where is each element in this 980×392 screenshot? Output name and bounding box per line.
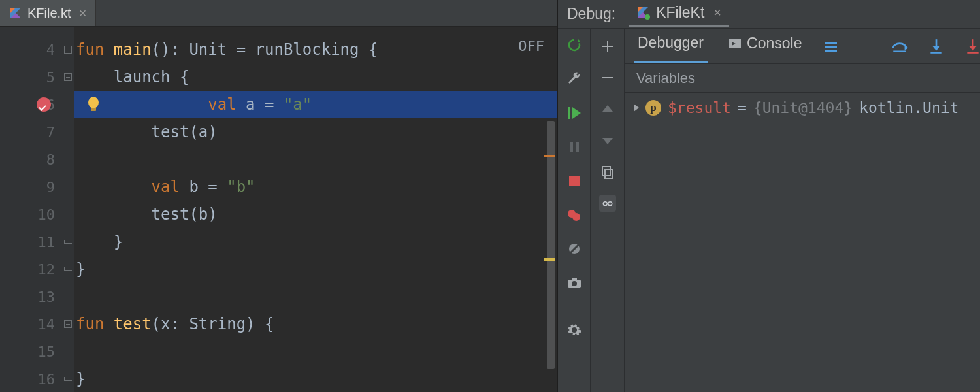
wrench-icon[interactable] [566,71,583,88]
mute-breakpoints-icon[interactable] [566,240,583,257]
fold-gutter-row[interactable] [61,118,74,146]
code-line[interactable] [74,146,557,173]
fold-gutter-row[interactable] [61,338,74,365]
svg-marker-9 [572,107,581,119]
scrollbar-thumb[interactable] [547,121,555,369]
debug-panel: Debug: KFileKt × [558,0,980,392]
line-number[interactable]: 8 [0,146,61,173]
code-line[interactable]: test(b) [74,201,557,228]
editor-tab-kfile[interactable]: KFile.kt × [0,0,96,26]
plus-icon[interactable] [599,38,616,55]
step-into-icon[interactable] [928,38,945,55]
svg-rect-29 [825,42,837,44]
arrow-down-icon[interactable] [599,132,616,149]
line-number[interactable]: 15 [0,338,61,365]
editor-panel: KFile.kt × 45678910111213141516 OFF fun … [0,0,558,392]
fold-gutter-row[interactable] [61,63,74,91]
svg-rect-31 [825,50,837,52]
step-actions [891,38,980,55]
code-line[interactable]: } [74,255,557,283]
close-icon[interactable]: × [711,5,721,20]
fold-gutter-row[interactable] [61,173,74,201]
line-number-gutter[interactable]: 45678910111213141516 [0,27,61,392]
fold-gutter-row[interactable] [61,146,74,173]
glasses-icon[interactable] [599,195,616,212]
fold-toggle-icon[interactable] [64,46,72,54]
variable-value-type: kotlin.Unit [859,99,958,116]
line-number[interactable]: 6 [0,91,61,118]
pause-icon[interactable] [566,139,583,155]
fold-toggle-icon[interactable] [64,320,72,328]
code-line[interactable]: fun main(): Unit = runBlocking { [74,36,557,63]
code-line[interactable]: test(a) [74,118,557,146]
fold-gutter-row[interactable] [61,36,74,63]
stop-icon[interactable] [566,172,583,189]
svg-marker-21 [602,105,613,112]
force-step-into-icon[interactable] [964,38,980,55]
debug-run-toolbar [558,29,591,392]
svg-rect-20 [602,77,613,78]
view-breakpoints-icon[interactable] [566,206,583,223]
code-line[interactable]: launch { [74,63,557,91]
line-number[interactable]: 12 [0,255,61,283]
code-line[interactable]: val a = "a" [74,91,557,118]
fold-gutter-row[interactable] [61,310,74,338]
debug-header: Debug: KFileKt × [558,0,980,29]
line-number[interactable]: 14 [0,310,61,338]
duplicate-icon[interactable] [599,163,616,180]
debug-tabs: Debugger Console [625,29,980,64]
debug-run-config-tab[interactable]: KFileKt × [629,1,729,27]
fold-end-icon [64,377,72,381]
fold-gutter-row[interactable] [61,228,74,255]
camera-icon[interactable] [566,274,583,291]
code-line[interactable]: } [74,228,557,255]
tab-debugger[interactable]: Debugger [634,30,708,63]
close-icon[interactable]: × [76,6,87,21]
line-number[interactable]: 13 [0,283,61,310]
svg-point-19 [572,281,577,286]
step-over-icon[interactable] [891,38,908,55]
svg-point-14 [572,213,580,221]
chevron-right-icon[interactable] [634,104,639,112]
error-stripe-marker[interactable] [544,258,555,261]
code-line[interactable]: } [74,365,557,392]
editor-tab-label: KFile.kt [27,6,71,21]
tab-console[interactable]: Console [725,31,806,61]
error-stripe-marker[interactable] [544,155,555,157]
breakpoint-icon[interactable] [37,97,51,112]
arrow-up-icon[interactable] [599,101,616,118]
fold-gutter-row[interactable] [61,201,74,228]
svg-marker-22 [602,138,613,144]
gear-icon[interactable] [566,321,583,338]
svg-point-25 [603,202,607,206]
variable-row-result[interactable]: p $result = {Unit@1404} kotlin.Unit [625,93,980,116]
line-number[interactable]: 9 [0,173,61,201]
debug-body: Debugger Console [558,29,980,392]
line-number[interactable]: 16 [0,365,61,392]
svg-rect-11 [576,142,579,152]
code-line[interactable]: fun test(x: String) { [74,310,557,338]
fold-column[interactable] [61,27,74,392]
intention-bulb-icon[interactable] [86,96,101,113]
fold-gutter-row[interactable] [61,283,74,310]
line-number[interactable]: 11 [0,228,61,255]
fold-gutter-row[interactable] [61,255,74,283]
inspection-off-badge[interactable]: OFF [518,38,544,54]
resume-icon[interactable] [566,105,583,122]
rerun-icon[interactable] [566,37,583,54]
fold-gutter-row[interactable] [61,91,74,118]
code-line[interactable] [74,338,557,365]
variables-header: Variables [625,64,980,93]
line-number[interactable]: 4 [0,36,61,63]
threads-icon[interactable] [823,38,840,55]
code-editor[interactable]: OFF fun main(): Unit = runBlocking { lau… [74,27,557,392]
fold-toggle-icon[interactable] [64,73,72,81]
line-number[interactable]: 10 [0,201,61,228]
minus-icon[interactable] [599,69,616,86]
fold-gutter-row[interactable] [61,365,74,392]
code-line[interactable] [74,283,557,310]
code-line[interactable]: val b = "b" [74,173,557,201]
line-number[interactable]: 5 [0,63,61,91]
variable-name: $result [668,99,731,116]
line-number[interactable]: 7 [0,118,61,146]
